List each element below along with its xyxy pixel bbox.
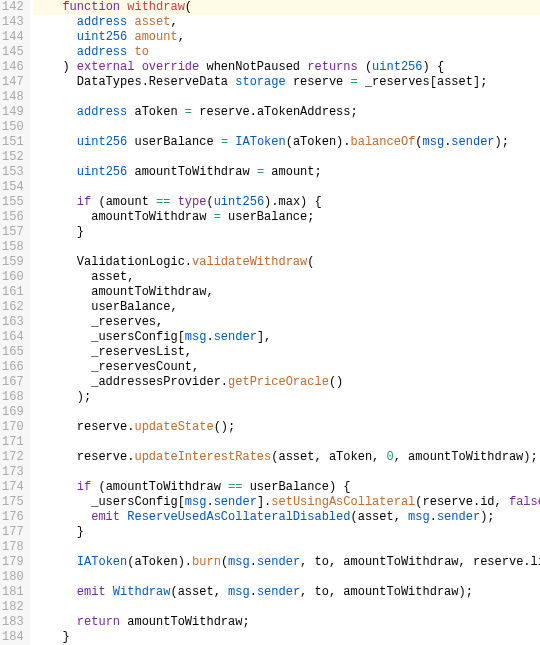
code-token: address bbox=[77, 45, 127, 59]
code-token: DataTypes bbox=[34, 75, 142, 89]
code-token: (aToken) bbox=[127, 555, 185, 569]
code-token: ) { bbox=[300, 195, 322, 209]
code-line[interactable] bbox=[34, 435, 540, 450]
code-line[interactable]: _reservesList, bbox=[34, 345, 540, 360]
code-line[interactable]: address aToken = reserve.aTokenAddress; bbox=[34, 105, 540, 120]
code-line[interactable]: _addressesProvider.getPriceOracle() bbox=[34, 375, 540, 390]
code-token: amountToWithdraw; bbox=[120, 615, 250, 629]
code-line[interactable]: reserve.updateState(); bbox=[34, 420, 540, 435]
code-token: . bbox=[523, 555, 530, 569]
code-line[interactable]: address asset, bbox=[34, 15, 540, 30]
line-number: 144 bbox=[2, 30, 24, 45]
code-line[interactable] bbox=[34, 150, 540, 165]
code-line[interactable]: amountToWithdraw = userBalance; bbox=[34, 210, 540, 225]
code-token: uint256 bbox=[214, 195, 264, 209]
line-number: 163 bbox=[2, 315, 24, 330]
code-token: if bbox=[77, 480, 91, 494]
code-line[interactable]: emit Withdraw(asset, msg.sender, to, amo… bbox=[34, 585, 540, 600]
code-token: , to, amountToWithdraw); bbox=[300, 585, 473, 599]
code-line[interactable] bbox=[34, 600, 540, 615]
code-token bbox=[34, 30, 77, 44]
code-line[interactable]: return amountToWithdraw; bbox=[34, 615, 540, 630]
code-line[interactable]: userBalance, bbox=[34, 300, 540, 315]
code-token: ], bbox=[257, 330, 271, 344]
code-token: msg bbox=[185, 330, 207, 344]
code-line[interactable]: } bbox=[34, 630, 540, 645]
code-token: , amountToWithdraw); bbox=[394, 450, 538, 464]
code-line[interactable]: ); bbox=[34, 390, 540, 405]
code-line[interactable]: ValidationLogic.validateWithdraw( bbox=[34, 255, 540, 270]
code-lines[interactable]: function withdraw( address asset, uint25… bbox=[30, 0, 540, 645]
code-token: ( bbox=[185, 0, 192, 14]
code-line[interactable]: _usersConfig[msg.sender], bbox=[34, 330, 540, 345]
code-token: == bbox=[156, 195, 170, 209]
code-line[interactable]: if (amount == type(uint256).max) { bbox=[34, 195, 540, 210]
code-token: ); bbox=[480, 510, 494, 524]
code-line[interactable]: _reserves, bbox=[34, 315, 540, 330]
code-token: . bbox=[250, 555, 257, 569]
code-line[interactable] bbox=[34, 240, 540, 255]
line-number: 167 bbox=[2, 375, 24, 390]
code-token: } bbox=[34, 525, 84, 539]
code-token: id bbox=[480, 495, 494, 509]
line-number: 166 bbox=[2, 360, 24, 375]
code-line[interactable] bbox=[34, 120, 540, 135]
line-number: 162 bbox=[2, 300, 24, 315]
line-number: 147 bbox=[2, 75, 24, 90]
line-number: 175 bbox=[2, 495, 24, 510]
code-line[interactable] bbox=[34, 540, 540, 555]
code-line[interactable]: amountToWithdraw, bbox=[34, 285, 540, 300]
code-token: ( bbox=[307, 255, 314, 269]
line-number: 180 bbox=[2, 570, 24, 585]
code-line[interactable] bbox=[34, 180, 540, 195]
code-token: , bbox=[170, 15, 177, 29]
code-token: ) bbox=[34, 60, 77, 74]
code-token bbox=[34, 15, 77, 29]
code-line[interactable]: } bbox=[34, 225, 540, 240]
code-line[interactable]: function withdraw( bbox=[34, 0, 540, 15]
code-line[interactable]: _usersConfig[msg.sender].setUsingAsColla… bbox=[34, 495, 540, 510]
line-number: 159 bbox=[2, 255, 24, 270]
code-token: (reserve bbox=[415, 495, 473, 509]
code-token: , bbox=[178, 30, 185, 44]
code-token: , bbox=[495, 495, 509, 509]
code-line[interactable]: DataTypes.ReserveData storage reserve = … bbox=[34, 75, 540, 90]
code-token: () bbox=[329, 375, 343, 389]
code-token: ( bbox=[221, 555, 228, 569]
code-token: external bbox=[77, 60, 135, 74]
code-line[interactable]: uint256 amountToWithdraw = amount; bbox=[34, 165, 540, 180]
code-token: (aToken) bbox=[286, 135, 344, 149]
code-line[interactable]: uint256 amount, bbox=[34, 30, 540, 45]
code-line[interactable] bbox=[34, 405, 540, 420]
code-line[interactable] bbox=[34, 570, 540, 585]
code-token: sender bbox=[257, 555, 300, 569]
code-line[interactable] bbox=[34, 90, 540, 105]
code-line[interactable]: emit ReserveUsedAsCollateralDisabled(ass… bbox=[34, 510, 540, 525]
code-token bbox=[34, 480, 77, 494]
code-line[interactable]: reserve.updateInterestRates(asset, aToke… bbox=[34, 450, 540, 465]
code-token: (amount bbox=[91, 195, 156, 209]
line-number: 150 bbox=[2, 120, 24, 135]
code-token: . bbox=[343, 135, 350, 149]
code-token: userBalance) { bbox=[242, 480, 350, 494]
code-line[interactable]: asset, bbox=[34, 270, 540, 285]
code-token bbox=[34, 105, 77, 119]
code-line[interactable]: _reservesCount, bbox=[34, 360, 540, 375]
code-line[interactable]: uint256 userBalance = IAToken(aToken).ba… bbox=[34, 135, 540, 150]
code-line[interactable]: IAToken(aToken).burn(msg.sender, to, amo… bbox=[34, 555, 540, 570]
code-token: to bbox=[134, 45, 148, 59]
code-line[interactable]: ) external override whenNotPaused return… bbox=[34, 60, 540, 75]
code-token bbox=[34, 510, 92, 524]
line-number: 143 bbox=[2, 15, 24, 30]
code-token bbox=[106, 585, 113, 599]
code-line[interactable]: address to bbox=[34, 45, 540, 60]
code-token: sender bbox=[437, 510, 480, 524]
code-token: withdraw bbox=[127, 0, 185, 14]
code-line[interactable]: if (amountToWithdraw == userBalance) { bbox=[34, 480, 540, 495]
code-token bbox=[34, 135, 77, 149]
line-number: 176 bbox=[2, 510, 24, 525]
code-line[interactable] bbox=[34, 465, 540, 480]
code-line[interactable]: } bbox=[34, 525, 540, 540]
line-number: 181 bbox=[2, 585, 24, 600]
code-token: . bbox=[221, 375, 228, 389]
